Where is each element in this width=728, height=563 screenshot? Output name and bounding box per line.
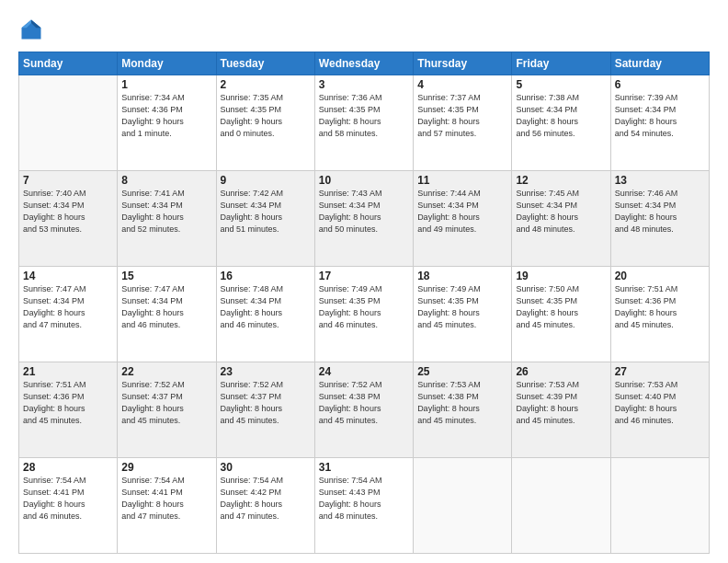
calendar-cell: 30Sunrise: 7:54 AM Sunset: 4:42 PM Dayli… <box>216 458 314 554</box>
day-number: 26 <box>516 365 606 378</box>
day-number: 5 <box>516 78 606 91</box>
calendar-cell: 28Sunrise: 7:54 AM Sunset: 4:41 PM Dayli… <box>19 458 118 554</box>
calendar-cell <box>19 75 118 171</box>
day-number: 7 <box>23 174 113 187</box>
day-number: 23 <box>221 365 311 378</box>
day-info: Sunrise: 7:49 AM Sunset: 4:35 PM Dayligh… <box>417 283 507 331</box>
calendar-cell: 14Sunrise: 7:47 AM Sunset: 4:34 PM Dayli… <box>19 267 118 362</box>
day-info: Sunrise: 7:40 AM Sunset: 4:34 PM Dayligh… <box>23 188 113 236</box>
weekday-header-thursday: Thursday <box>414 52 512 75</box>
day-number: 6 <box>615 78 705 91</box>
day-info: Sunrise: 7:37 AM Sunset: 4:35 PM Dayligh… <box>417 92 507 140</box>
weekday-header-wednesday: Wednesday <box>314 52 413 75</box>
day-number: 14 <box>23 270 113 282</box>
day-number: 19 <box>516 270 606 282</box>
day-number: 21 <box>23 365 113 378</box>
calendar-cell: 22Sunrise: 7:52 AM Sunset: 4:37 PM Dayli… <box>118 362 216 458</box>
day-number: 30 <box>221 461 311 474</box>
calendar-cell: 17Sunrise: 7:49 AM Sunset: 4:35 PM Dayli… <box>314 267 413 362</box>
day-number: 2 <box>221 78 311 91</box>
day-number: 11 <box>417 174 507 187</box>
calendar-cell: 25Sunrise: 7:53 AM Sunset: 4:38 PM Dayli… <box>414 362 512 458</box>
day-number: 18 <box>417 270 507 282</box>
day-info: Sunrise: 7:46 AM Sunset: 4:34 PM Dayligh… <box>615 188 705 236</box>
day-number: 1 <box>121 78 211 91</box>
day-number: 29 <box>121 461 211 474</box>
calendar-cell: 15Sunrise: 7:47 AM Sunset: 4:34 PM Dayli… <box>118 267 216 362</box>
logo <box>18 17 48 42</box>
calendar-cell: 2Sunrise: 7:35 AM Sunset: 4:35 PM Daylig… <box>216 75 314 171</box>
calendar-cell: 27Sunrise: 7:53 AM Sunset: 4:40 PM Dayli… <box>610 362 709 458</box>
day-info: Sunrise: 7:45 AM Sunset: 4:34 PM Dayligh… <box>516 188 606 236</box>
calendar-row-4: 28Sunrise: 7:54 AM Sunset: 4:41 PM Dayli… <box>19 458 710 554</box>
day-number: 12 <box>516 174 606 187</box>
day-number: 13 <box>615 174 705 187</box>
day-number: 24 <box>319 365 409 378</box>
logo-icon <box>18 17 44 42</box>
calendar-cell: 31Sunrise: 7:54 AM Sunset: 4:43 PM Dayli… <box>314 458 413 554</box>
day-number: 10 <box>319 174 409 187</box>
day-info: Sunrise: 7:47 AM Sunset: 4:34 PM Dayligh… <box>121 283 211 331</box>
day-info: Sunrise: 7:36 AM Sunset: 4:35 PM Dayligh… <box>319 92 409 140</box>
day-info: Sunrise: 7:41 AM Sunset: 4:34 PM Dayligh… <box>121 188 211 236</box>
calendar-row-3: 21Sunrise: 7:51 AM Sunset: 4:36 PM Dayli… <box>19 362 710 458</box>
calendar-cell <box>610 458 709 554</box>
weekday-header-row: SundayMondayTuesdayWednesdayThursdayFrid… <box>19 52 710 75</box>
weekday-header-saturday: Saturday <box>610 52 709 75</box>
day-number: 4 <box>417 78 507 91</box>
calendar-cell: 11Sunrise: 7:44 AM Sunset: 4:34 PM Dayli… <box>414 171 512 267</box>
calendar-cell: 3Sunrise: 7:36 AM Sunset: 4:35 PM Daylig… <box>314 75 413 171</box>
calendar-cell: 26Sunrise: 7:53 AM Sunset: 4:39 PM Dayli… <box>512 362 610 458</box>
calendar-cell: 8Sunrise: 7:41 AM Sunset: 4:34 PM Daylig… <box>118 171 216 267</box>
calendar-cell: 12Sunrise: 7:45 AM Sunset: 4:34 PM Dayli… <box>512 171 610 267</box>
calendar-cell: 9Sunrise: 7:42 AM Sunset: 4:34 PM Daylig… <box>216 171 314 267</box>
header <box>18 17 710 42</box>
day-number: 8 <box>121 174 211 187</box>
calendar-table: SundayMondayTuesdayWednesdayThursdayFrid… <box>18 52 710 554</box>
day-info: Sunrise: 7:38 AM Sunset: 4:34 PM Dayligh… <box>516 92 606 140</box>
calendar-cell: 4Sunrise: 7:37 AM Sunset: 4:35 PM Daylig… <box>414 75 512 171</box>
calendar-cell: 16Sunrise: 7:48 AM Sunset: 4:34 PM Dayli… <box>216 267 314 362</box>
calendar-row-1: 7Sunrise: 7:40 AM Sunset: 4:34 PM Daylig… <box>19 171 710 267</box>
day-info: Sunrise: 7:54 AM Sunset: 4:42 PM Dayligh… <box>221 475 311 523</box>
day-number: 3 <box>319 78 409 91</box>
weekday-header-monday: Monday <box>118 52 216 75</box>
day-info: Sunrise: 7:39 AM Sunset: 4:34 PM Dayligh… <box>615 92 705 140</box>
day-info: Sunrise: 7:34 AM Sunset: 4:36 PM Dayligh… <box>121 92 211 140</box>
day-number: 17 <box>319 270 409 282</box>
calendar-cell: 6Sunrise: 7:39 AM Sunset: 4:34 PM Daylig… <box>610 75 709 171</box>
day-info: Sunrise: 7:48 AM Sunset: 4:34 PM Dayligh… <box>221 283 311 331</box>
day-info: Sunrise: 7:52 AM Sunset: 4:37 PM Dayligh… <box>221 379 311 427</box>
day-info: Sunrise: 7:53 AM Sunset: 4:39 PM Dayligh… <box>516 379 606 427</box>
calendar-cell <box>512 458 610 554</box>
calendar-cell <box>414 458 512 554</box>
day-number: 9 <box>221 174 311 187</box>
calendar-cell: 23Sunrise: 7:52 AM Sunset: 4:37 PM Dayli… <box>216 362 314 458</box>
day-info: Sunrise: 7:47 AM Sunset: 4:34 PM Dayligh… <box>23 283 113 331</box>
calendar-row-0: 1Sunrise: 7:34 AM Sunset: 4:36 PM Daylig… <box>19 75 710 171</box>
calendar-cell: 1Sunrise: 7:34 AM Sunset: 4:36 PM Daylig… <box>118 75 216 171</box>
day-info: Sunrise: 7:52 AM Sunset: 4:37 PM Dayligh… <box>121 379 211 427</box>
day-number: 25 <box>417 365 507 378</box>
weekday-header-tuesday: Tuesday <box>216 52 314 75</box>
day-number: 20 <box>615 270 705 282</box>
day-info: Sunrise: 7:51 AM Sunset: 4:36 PM Dayligh… <box>615 283 705 331</box>
calendar-row-2: 14Sunrise: 7:47 AM Sunset: 4:34 PM Dayli… <box>19 267 710 362</box>
page: SundayMondayTuesdayWednesdayThursdayFrid… <box>0 0 728 563</box>
day-info: Sunrise: 7:54 AM Sunset: 4:43 PM Dayligh… <box>319 475 409 523</box>
calendar-cell: 20Sunrise: 7:51 AM Sunset: 4:36 PM Dayli… <box>610 267 709 362</box>
day-info: Sunrise: 7:42 AM Sunset: 4:34 PM Dayligh… <box>221 188 311 236</box>
day-info: Sunrise: 7:53 AM Sunset: 4:38 PM Dayligh… <box>417 379 507 427</box>
day-info: Sunrise: 7:50 AM Sunset: 4:35 PM Dayligh… <box>516 283 606 331</box>
calendar-cell: 18Sunrise: 7:49 AM Sunset: 4:35 PM Dayli… <box>414 267 512 362</box>
day-number: 16 <box>221 270 311 282</box>
calendar-cell: 24Sunrise: 7:52 AM Sunset: 4:38 PM Dayli… <box>314 362 413 458</box>
day-info: Sunrise: 7:49 AM Sunset: 4:35 PM Dayligh… <box>319 283 409 331</box>
calendar-cell: 13Sunrise: 7:46 AM Sunset: 4:34 PM Dayli… <box>610 171 709 267</box>
day-number: 27 <box>615 365 705 378</box>
calendar-cell: 21Sunrise: 7:51 AM Sunset: 4:36 PM Dayli… <box>19 362 118 458</box>
day-info: Sunrise: 7:35 AM Sunset: 4:35 PM Dayligh… <box>221 92 311 140</box>
day-number: 31 <box>319 461 409 474</box>
day-number: 15 <box>121 270 211 282</box>
day-info: Sunrise: 7:44 AM Sunset: 4:34 PM Dayligh… <box>417 188 507 236</box>
